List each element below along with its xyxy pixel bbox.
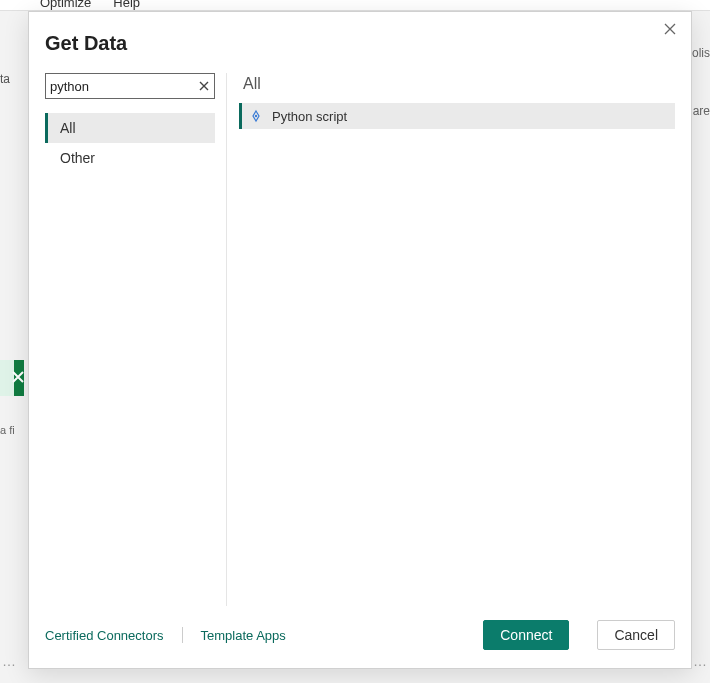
bg-ellipsis-right: … <box>693 653 708 669</box>
result-label: Python script <box>272 109 347 124</box>
dialog-footer: Certified Connectors Template Apps Conne… <box>29 606 691 668</box>
footer-divider <box>182 627 183 643</box>
python-script-icon <box>248 108 264 124</box>
category-other[interactable]: Other <box>45 143 215 173</box>
menu-help[interactable]: Help <box>113 0 140 10</box>
bg-fragment-af: a fi <box>0 424 15 436</box>
bg-ellipsis-left: … <box>2 653 17 669</box>
menu-optimize[interactable]: Optimize <box>40 0 91 10</box>
search-input[interactable] <box>50 79 197 94</box>
search-box[interactable] <box>45 73 215 99</box>
result-python-script[interactable]: Python script <box>239 103 675 129</box>
template-apps-link[interactable]: Template Apps <box>201 628 286 643</box>
get-data-dialog: Get Data All Other All <box>28 11 692 669</box>
category-label: All <box>60 120 76 136</box>
bg-fragment-left: ta <box>0 72 10 86</box>
svg-point-0 <box>255 115 257 117</box>
category-all[interactable]: All <box>45 113 215 143</box>
clear-search-icon[interactable] <box>197 79 210 93</box>
certified-connectors-link[interactable]: Certified Connectors <box>45 628 164 643</box>
category-pane: All Other <box>45 73 227 606</box>
cancel-button[interactable]: Cancel <box>597 620 675 650</box>
bg-fragment-right: olis are <box>692 40 710 118</box>
app-menubar: Optimize Help <box>0 0 710 11</box>
results-header: All <box>239 73 675 103</box>
category-label: Other <box>60 150 95 166</box>
dialog-title: Get Data <box>29 12 691 73</box>
excel-icon <box>0 360 24 396</box>
close-icon[interactable] <box>663 22 679 38</box>
results-pane: All Python script <box>239 73 675 606</box>
connect-button[interactable]: Connect <box>483 620 569 650</box>
